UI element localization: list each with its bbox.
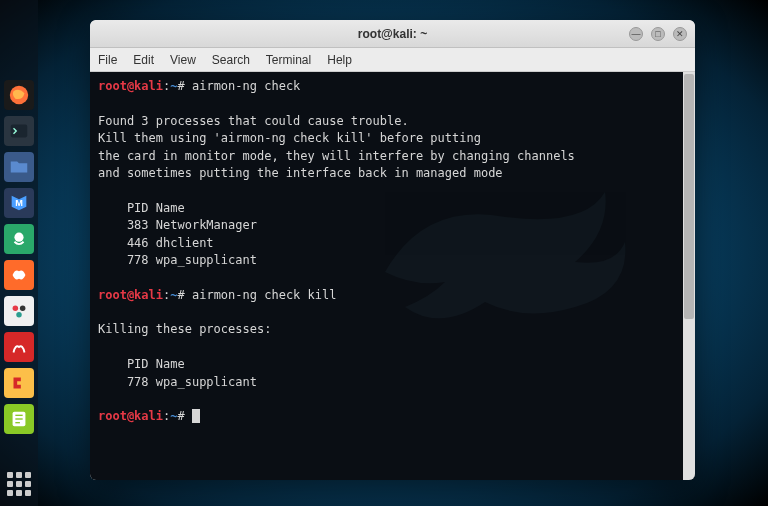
svg-rect-1	[11, 125, 28, 138]
menu-edit[interactable]: Edit	[133, 53, 154, 67]
output-process: 778 wpa_supplicant	[98, 375, 257, 389]
scrollbar[interactable]	[683, 72, 695, 480]
app-icon-2[interactable]	[4, 296, 34, 326]
output-line: Killing these processes:	[98, 322, 271, 336]
window-controls: — □ ✕	[629, 27, 687, 41]
cursor	[192, 409, 200, 423]
menu-view[interactable]: View	[170, 53, 196, 67]
app-icon-3[interactable]	[4, 332, 34, 362]
window-title: root@kali: ~	[96, 27, 689, 41]
scrollbar-thumb[interactable]	[684, 74, 694, 319]
maximize-button[interactable]: □	[651, 27, 665, 41]
text-editor-icon[interactable]	[4, 404, 34, 434]
burp-icon[interactable]	[4, 260, 34, 290]
command-1: airmon-ng check	[192, 79, 300, 93]
prompt-path: ~	[170, 288, 177, 302]
output-line: the card in monitor mode, they will inte…	[98, 149, 575, 163]
svg-point-5	[20, 306, 25, 312]
files-icon[interactable]	[4, 152, 34, 182]
output-line: and sometimes putting the interface back…	[98, 166, 503, 180]
command-2: airmon-ng check kill	[192, 288, 337, 302]
prompt-hash: #	[178, 79, 185, 93]
minimize-button[interactable]: —	[629, 27, 643, 41]
menu-search[interactable]: Search	[212, 53, 250, 67]
terminal-icon[interactable]	[4, 116, 34, 146]
menu-help[interactable]: Help	[327, 53, 352, 67]
terminal-output: root@kali:~# airmon-ng check Found 3 pro…	[90, 72, 695, 480]
prompt-path: ~	[170, 409, 177, 423]
svg-point-6	[16, 312, 22, 318]
prompt-path: ~	[170, 79, 177, 93]
output-process: 446 dhclient	[98, 236, 214, 250]
menu-file[interactable]: File	[98, 53, 117, 67]
app-icon-4[interactable]	[4, 368, 34, 398]
svg-point-3	[14, 233, 23, 242]
terminal-window: root@kali: ~ — □ ✕ File Edit View Search…	[90, 20, 695, 480]
titlebar[interactable]: root@kali: ~ — □ ✕	[90, 20, 695, 48]
prompt-user: root@kali	[98, 79, 163, 93]
apps-grid-icon[interactable]	[7, 472, 31, 496]
output-line: Found 3 processes that could cause troub…	[98, 114, 409, 128]
prompt-hash: #	[178, 288, 185, 302]
svg-text:M: M	[15, 198, 23, 208]
app-icon-1[interactable]	[4, 224, 34, 254]
prompt-hash: #	[178, 409, 185, 423]
svg-point-4	[13, 306, 18, 312]
firefox-icon[interactable]	[4, 80, 34, 110]
output-process: 778 wpa_supplicant	[98, 253, 257, 267]
prompt-user: root@kali	[98, 409, 163, 423]
output-header: PID Name	[98, 357, 185, 371]
output-process: 383 NetworkManager	[98, 218, 257, 232]
menubar: File Edit View Search Terminal Help	[90, 48, 695, 72]
terminal-body[interactable]: root@kali:~# airmon-ng check Found 3 pro…	[90, 72, 695, 480]
output-line: Kill them using 'airmon-ng check kill' b…	[98, 131, 481, 145]
output-header: PID Name	[98, 201, 185, 215]
prompt-user: root@kali	[98, 288, 163, 302]
close-button[interactable]: ✕	[673, 27, 687, 41]
metasploit-icon[interactable]: M	[4, 188, 34, 218]
menu-terminal[interactable]: Terminal	[266, 53, 311, 67]
dock: M	[0, 0, 38, 506]
